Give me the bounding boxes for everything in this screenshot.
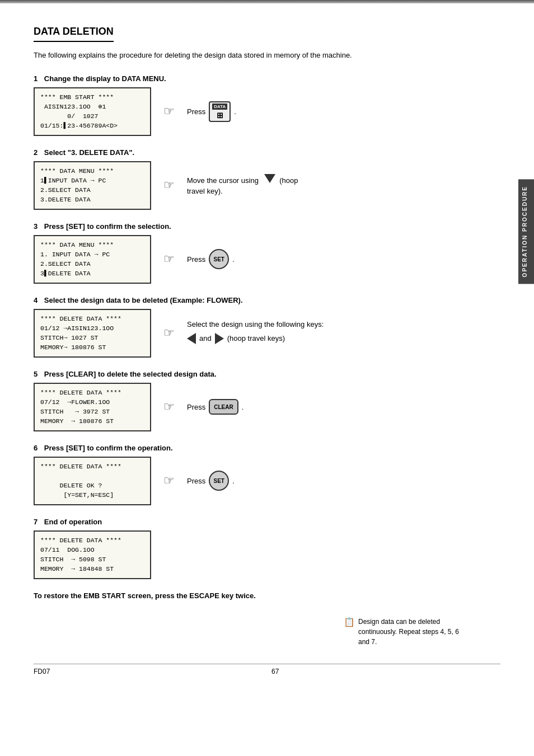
step-5-period: . [242, 403, 244, 411]
set-button-6[interactable]: SET [209, 471, 229, 491]
step-3-number: 3 [34, 222, 38, 231]
step-1-lcd: **** EMB START **** AISIN123.1OO ⊕1 0/ 1… [34, 87, 151, 136]
right-arrow-key[interactable] [215, 333, 224, 344]
left-arrow-key[interactable] [187, 333, 196, 344]
step-5-lcd: **** DELETE DATA **** 07/12 →FLOWER.1OO … [34, 383, 151, 431]
data-button-label: DATA [212, 104, 227, 110]
step-4-and-text: and [199, 333, 212, 344]
step-2-lcd: **** DATA MENU **** 1▌INPUT DATA → PC 2.… [34, 161, 151, 210]
footer-left: FD07 [34, 668, 50, 675]
step-5-title: Press [CLEAR] to delete the selected des… [44, 370, 217, 378]
page-content: DATA DELETION The following explains the… [0, 3, 534, 698]
step-2: 2 Select "3. DELETE DATA". **** DATA MEN… [34, 148, 500, 210]
step-1-header: 1 Change the display to DATA MENU. [34, 74, 500, 83]
step-4-hoop-text: (hoop travel keys) [227, 333, 285, 344]
step-3-title: Press [SET] to confirm the selection. [44, 222, 171, 231]
step-4: 4 Select the design data to be deleted (… [34, 296, 500, 358]
step-2-move-text: Move the cursor using [187, 176, 259, 185]
restore-text: To restore the EMB START screen, press t… [34, 591, 500, 600]
step-7: 7 End of operation **** DELETE DATA ****… [34, 518, 500, 579]
step-7-content: **** DELETE DATA **** 07/11 DOG.1OO STIT… [34, 530, 500, 579]
step-7-lcd: **** DELETE DATA **** 07/11 DOG.1OO STIT… [34, 530, 151, 579]
step-6-lcd: **** DELETE DATA **** DELETE OK ? [Y=SET… [34, 457, 151, 505]
step-2-title: Select "3. DELETE DATA". [44, 148, 134, 157]
data-button[interactable]: DATA ⊞ [209, 101, 231, 122]
step-3-press-text: Press [187, 255, 205, 264]
step-6-title: Press [SET] to confirm the operation. [44, 444, 173, 452]
step-3-arrow: ☞ [163, 252, 175, 266]
step-4-header: 4 Select the design data to be deleted (… [34, 296, 500, 304]
step-7-number: 7 [34, 518, 38, 526]
step-5-press-text: Press [187, 403, 205, 411]
step-1-content: **** EMB START **** AISIN123.1OO ⊕1 0/ 1… [34, 87, 500, 136]
step-1-arrow: ☞ [163, 104, 175, 119]
step-5: 5 Press [CLEAR] to delete the selected d… [34, 370, 500, 431]
note-box: 📋 Design data can be deleted continuousl… [344, 617, 467, 647]
step-4-title: Select the design data to be deleted (Ex… [44, 296, 243, 304]
step-6-content: **** DELETE DATA **** DELETE OK ? [Y=SET… [34, 457, 500, 505]
section-title: DATA DELETION [34, 26, 114, 42]
step-7-header: 7 End of operation [34, 518, 500, 526]
step-2-arrow: ☞ [163, 178, 175, 192]
note-text: Design data can be deleted continuously.… [358, 617, 467, 647]
step-5-number: 5 [34, 370, 38, 378]
step-5-content: **** DELETE DATA **** 07/12 →FLOWER.1OO … [34, 383, 500, 431]
step-1-number: 1 [34, 74, 38, 83]
step-1-period: . [234, 107, 236, 116]
step-6: 6 Press [SET] to confirm the operation. … [34, 444, 500, 505]
step-6-header: 6 Press [SET] to confirm the operation. [34, 444, 500, 452]
step-6-press-text: Press [187, 477, 205, 485]
step-5-header: 5 Press [CLEAR] to delete the selected d… [34, 370, 500, 378]
step-4-number: 4 [34, 296, 38, 304]
step-3-period: . [232, 255, 235, 264]
step-3-content: **** DATA MENU **** 1. INPUT DATA → PC 2… [34, 235, 500, 284]
step-2-header: 2 Select "3. DELETE DATA". [34, 148, 500, 157]
step-2-instruction: Move the cursor using (hooptravel key). [187, 174, 298, 197]
set-button-3[interactable]: SET [209, 249, 229, 269]
step-2-number: 2 [34, 148, 38, 157]
step-3-lcd: **** DATA MENU **** 1. INPUT DATA → PC 2… [34, 235, 151, 284]
step-6-number: 6 [34, 444, 38, 452]
step-6-press-group: Press SET . [187, 471, 235, 491]
step-4-content: **** DELETE DATA **** 01/12 →AISIN123.1O… [34, 309, 500, 358]
step-5-press-group: Press CLEAR . [187, 399, 243, 415]
footer: FD07 67 [34, 664, 500, 675]
step-4-keys: and (hoop travel keys) [187, 333, 285, 344]
step-5-arrow: ☞ [163, 400, 175, 414]
step-7-title: End of operation [44, 518, 102, 526]
down-arrow-key[interactable] [264, 176, 275, 185]
step-4-select-text: Select the design using the following ke… [187, 320, 324, 328]
step-2-content: **** DATA MENU **** 1▌INPUT DATA → PC 2.… [34, 161, 500, 210]
step-1-press-group: Press DATA ⊞ . [187, 101, 236, 122]
step-3-header: 3 Press [SET] to confirm the selection. [34, 222, 500, 231]
data-button-icon: ⊞ [217, 111, 223, 120]
clear-button[interactable]: CLEAR [209, 399, 238, 415]
footer-page-number: 67 [271, 668, 279, 675]
step-6-period: . [232, 477, 235, 485]
step-3: 3 Press [SET] to confirm the selection. … [34, 222, 500, 284]
step-3-press-group: Press SET . [187, 249, 235, 269]
step-1-press-text: Press [187, 107, 205, 116]
step-4-lcd: **** DELETE DATA **** 01/12 →AISIN123.1O… [34, 309, 151, 358]
step-1-title: Change the display to DATA MENU. [44, 74, 166, 83]
note-icon: 📋 [344, 617, 355, 627]
intro-text: The following explains the procedure for… [34, 50, 500, 61]
step-4-arrow: ☞ [163, 326, 175, 340]
step-1: 1 Change the display to DATA MENU. **** … [34, 74, 500, 136]
step-6-arrow: ☞ [163, 473, 175, 488]
step-4-instruction: Select the design using the following ke… [187, 319, 324, 348]
